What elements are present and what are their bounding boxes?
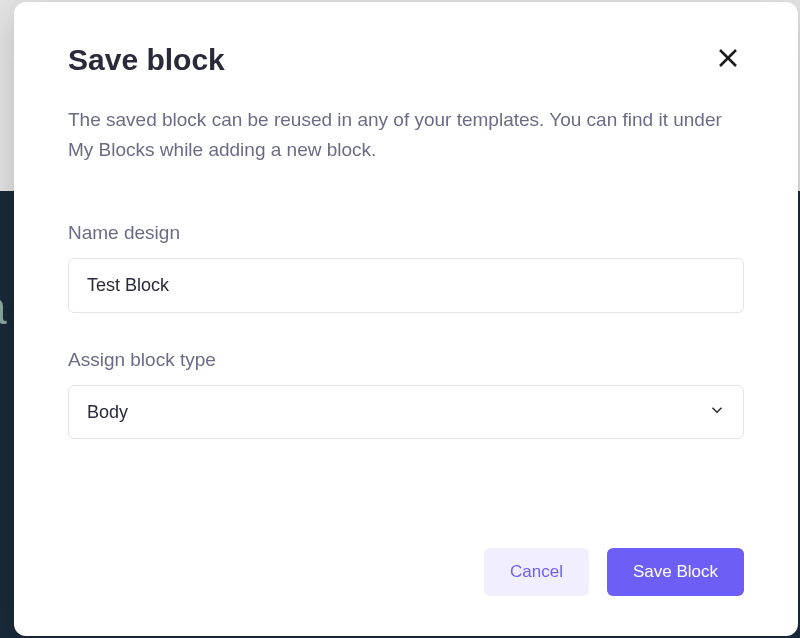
block-type-group: Assign block type Body bbox=[68, 349, 744, 439]
save-block-button[interactable]: Save Block bbox=[607, 548, 744, 596]
block-type-select[interactable]: Body bbox=[68, 385, 744, 439]
save-block-modal: Save block The saved block can be reused… bbox=[14, 2, 798, 636]
modal-footer: Cancel Save Block bbox=[68, 548, 744, 596]
name-design-label: Name design bbox=[68, 222, 744, 244]
close-icon bbox=[716, 46, 740, 73]
name-design-input[interactable] bbox=[68, 258, 744, 313]
modal-header: Save block bbox=[68, 42, 744, 77]
name-design-group: Name design bbox=[68, 222, 744, 313]
cancel-button[interactable]: Cancel bbox=[484, 548, 589, 596]
block-type-label: Assign block type bbox=[68, 349, 744, 371]
modal-title: Save block bbox=[68, 43, 225, 77]
modal-description: The saved block can be reused in any of … bbox=[68, 105, 744, 166]
close-button[interactable] bbox=[712, 42, 744, 77]
backdrop-partial-text: a bbox=[0, 280, 7, 335]
block-type-select-wrapper: Body bbox=[68, 385, 744, 439]
